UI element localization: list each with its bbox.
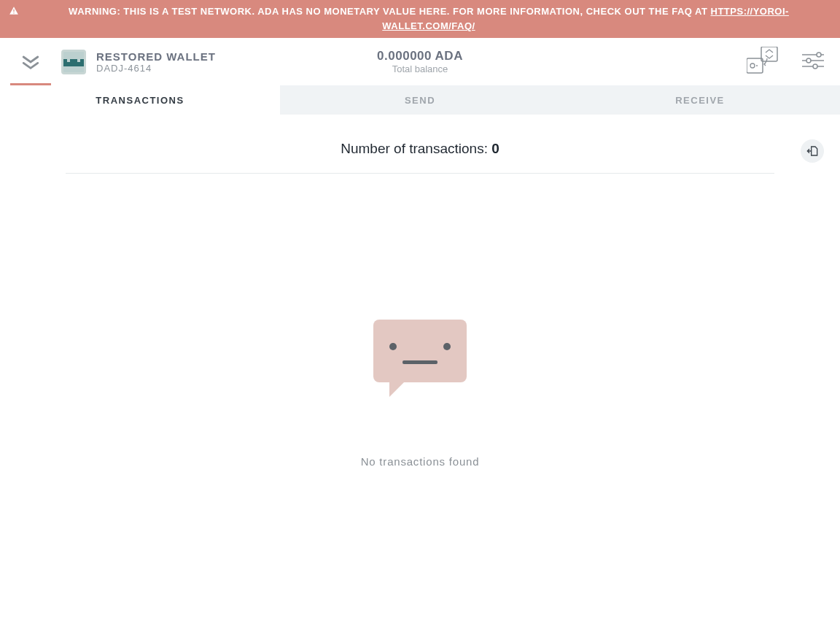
svg-point-11 <box>813 64 817 69</box>
tx-count-label: Number of transactions: <box>341 141 491 156</box>
back-chevrons-icon <box>20 52 41 72</box>
empty-state-text: No transactions found <box>361 455 480 468</box>
export-file-icon <box>806 145 818 157</box>
nav-menu-button[interactable] <box>0 38 61 85</box>
tx-count-value: 0 <box>491 141 499 156</box>
balance-amount: 0.000000 ADA <box>377 49 463 63</box>
settings-button[interactable] <box>802 52 824 72</box>
buy-sell-button[interactable] <box>747 47 779 77</box>
wallet-name: RESTORED WALLET <box>96 50 216 63</box>
tab-send[interactable]: SEND <box>280 85 560 115</box>
warning-prefix: WARNING: THIS IS A TEST NETWORK. ADA HAS… <box>69 6 710 17</box>
navbar: RESTORED WALLET DADJ-4614 0.000000 ADA T… <box>0 38 840 85</box>
tab-transactions[interactable]: TRANSACTIONS <box>0 85 280 115</box>
tabs: TRANSACTIONS SEND RECEIVE <box>0 85 840 115</box>
svg-rect-0 <box>13 9 14 12</box>
svg-point-7 <box>817 53 821 57</box>
svg-point-4 <box>750 63 755 68</box>
empty-state: No transactions found <box>66 320 774 468</box>
warning-icon <box>9 6 19 18</box>
wallet-hash: DADJ-4614 <box>96 63 216 74</box>
transfer-cards-icon <box>747 47 779 74</box>
svg-point-5 <box>756 65 758 66</box>
balance-block: 0.000000 ADA Total balance <box>377 49 463 74</box>
warning-text: WARNING: THIS IS A TEST NETWORK. ADA HAS… <box>26 4 831 34</box>
empty-face-icon <box>373 320 467 382</box>
wallet-info[interactable]: RESTORED WALLET DADJ-4614 <box>61 50 216 74</box>
wallet-identicon-icon <box>61 50 86 74</box>
warning-banner: WARNING: THIS IS A TEST NETWORK. ADA HAS… <box>0 0 840 38</box>
tab-receive[interactable]: RECEIVE <box>560 85 840 115</box>
svg-point-9 <box>806 58 811 63</box>
balance-label: Total balance <box>377 63 463 74</box>
content-area: Number of transactions: 0 No transaction… <box>0 115 840 468</box>
svg-rect-2 <box>761 47 777 61</box>
export-button[interactable] <box>801 139 824 163</box>
svg-rect-1 <box>13 12 14 13</box>
transaction-count-row: Number of transactions: 0 <box>66 141 774 174</box>
sliders-icon <box>802 52 824 69</box>
